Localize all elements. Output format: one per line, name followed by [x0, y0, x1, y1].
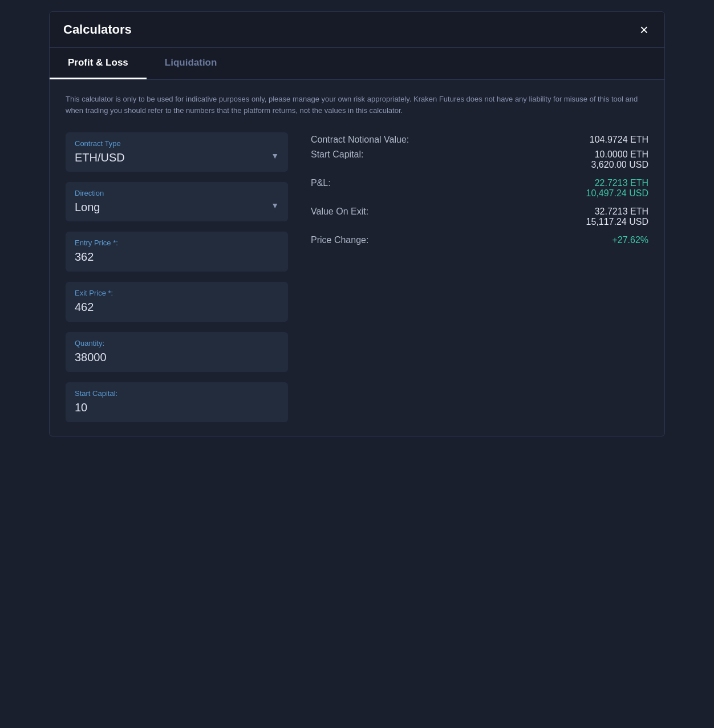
- entry-price-label: Entry Price *:: [75, 238, 279, 247]
- start-capital-result-row: Start Capital: 10.0000 ETH 3,620.00 USD: [311, 149, 648, 170]
- contract-notional-row: Contract Notional Value: 104.9724 ETH: [311, 135, 648, 145]
- quantity-label: Quantity:: [75, 339, 279, 347]
- calculator-modal: Calculators × Profit & Loss Liquidation …: [49, 11, 665, 436]
- modal-body: This calculator is only to be used for i…: [50, 80, 664, 436]
- exit-price-label: Exit Price *:: [75, 289, 279, 297]
- entry-price-input[interactable]: [75, 250, 279, 264]
- value-on-exit-eth-value: 32.7213 ETH: [595, 207, 648, 217]
- pnl-label: P&L:: [311, 178, 436, 188]
- calculator-layout: Contract Type ETH/USD BTC/USD LTC/USD ▼ …: [66, 132, 648, 422]
- direction-field: Direction Long Short ▼: [66, 182, 288, 221]
- close-button[interactable]: ×: [638, 22, 651, 37]
- start-capital-label: Start Capital:: [75, 389, 279, 398]
- pnl-row: P&L: 22.7213 ETH 10,497.24 USD: [311, 178, 648, 199]
- direction-label: Direction: [75, 189, 279, 197]
- exit-price-field: Exit Price *:: [66, 282, 288, 322]
- price-change-value: +27.62%: [612, 235, 648, 245]
- start-capital-field: Start Capital:: [66, 382, 288, 422]
- contract-notional-eth: 104.9724 ETH: [590, 135, 648, 145]
- pnl-values: 22.7213 ETH 10,497.24 USD: [586, 178, 648, 199]
- pnl-eth-value: 22.7213 ETH: [595, 178, 648, 188]
- start-capital-input[interactable]: [75, 401, 279, 414]
- value-on-exit-values: 32.7213 ETH 15,117.24 USD: [586, 207, 648, 227]
- quantity-field: Quantity:: [66, 332, 288, 372]
- contract-type-field: Contract Type ETH/USD BTC/USD LTC/USD ▼: [66, 132, 288, 172]
- modal-header: Calculators ×: [50, 12, 664, 48]
- price-change-label: Price Change:: [311, 235, 436, 245]
- tab-liquidation[interactable]: Liquidation: [147, 48, 236, 79]
- direction-select[interactable]: Long Short: [75, 201, 279, 213]
- price-change-row: Price Change: +27.62%: [311, 235, 648, 245]
- start-capital-result-values: 10.0000 ETH 3,620.00 USD: [591, 149, 648, 170]
- value-on-exit-row: Value On Exit: 32.7213 ETH 15,117.24 USD: [311, 207, 648, 227]
- price-change-values: +27.62%: [612, 235, 648, 245]
- start-capital-result-label: Start Capital:: [311, 149, 436, 160]
- quantity-input[interactable]: [75, 351, 279, 364]
- value-on-exit-label: Value On Exit:: [311, 207, 436, 217]
- contract-notional-label: Contract Notional Value:: [311, 135, 436, 145]
- pnl-usd-value: 10,497.24 USD: [586, 188, 648, 199]
- contract-type-select[interactable]: ETH/USD BTC/USD LTC/USD: [75, 151, 279, 164]
- exit-price-input[interactable]: [75, 301, 279, 314]
- disclaimer-text: This calculator is only to be used for i…: [66, 94, 648, 116]
- value-on-exit-usd-value: 15,117.24 USD: [586, 217, 648, 227]
- modal-title: Calculators: [63, 22, 132, 37]
- results-panel: Contract Notional Value: 104.9724 ETH St…: [311, 132, 648, 422]
- start-capital-usd-value: 3,620.00 USD: [591, 160, 648, 170]
- start-capital-eth-value: 10.0000 ETH: [595, 149, 648, 160]
- contract-notional-values: 104.9724 ETH: [590, 135, 648, 145]
- input-panel: Contract Type ETH/USD BTC/USD LTC/USD ▼ …: [66, 132, 288, 422]
- tab-profit-loss[interactable]: Profit & Loss: [50, 48, 147, 79]
- entry-price-field: Entry Price *:: [66, 232, 288, 272]
- tab-bar: Profit & Loss Liquidation: [50, 48, 664, 80]
- contract-type-label: Contract Type: [75, 139, 279, 148]
